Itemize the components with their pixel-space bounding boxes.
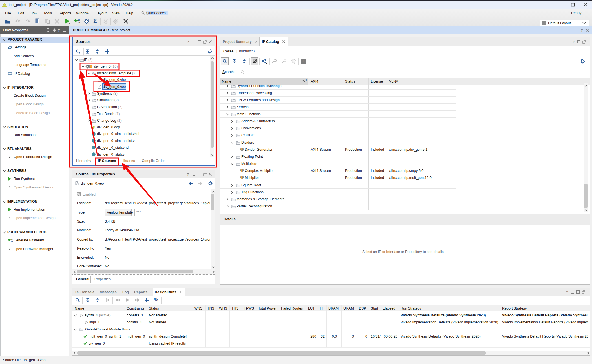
svg-text:01: 01 — [78, 19, 80, 21]
svg-text:10: 10 — [78, 21, 80, 24]
svg-text:01: 01 — [11, 239, 13, 241]
svg-text:10: 10 — [11, 241, 13, 243]
